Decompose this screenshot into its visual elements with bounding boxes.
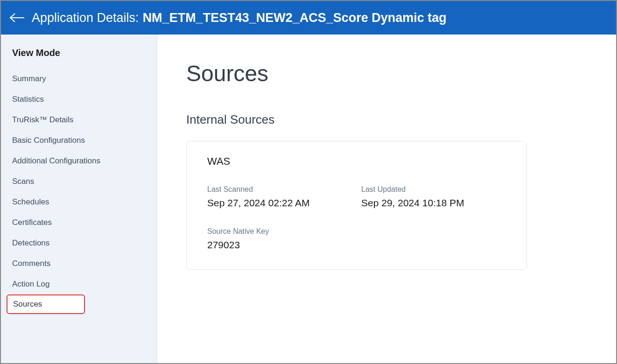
sidebar-item-scans[interactable]: Scans <box>1 171 157 192</box>
sidebar-item-trurisk-details[interactable]: TruRisk™ Details <box>1 110 157 130</box>
field-last-updated: Last Updated Sep 29, 2024 10:18 PM <box>361 185 506 209</box>
field-native-key: Source Native Key 279023 <box>207 227 361 251</box>
section-title: Internal Sources <box>186 112 587 127</box>
sidebar-item-action-log[interactable]: Action Log <box>1 274 157 294</box>
sidebar: View Mode Summary Statistics TruRisk™ De… <box>1 35 157 363</box>
main-content: Sources Internal Sources WAS Last Scanne… <box>157 35 616 363</box>
sidebar-item-summary[interactable]: Summary <box>1 69 157 89</box>
last-scanned-label: Last Scanned <box>207 185 361 194</box>
sidebar-item-comments[interactable]: Comments <box>1 253 157 274</box>
back-button[interactable] <box>8 9 26 27</box>
sidebar-item-statistics[interactable]: Statistics <box>1 89 157 110</box>
source-card: WAS Last Scanned Sep 27, 2024 02:22 AM L… <box>186 141 527 270</box>
sidebar-item-schedules[interactable]: Schedules <box>1 192 157 212</box>
page-title: Sources <box>186 61 587 86</box>
last-updated-value: Sep 29, 2024 10:18 PM <box>361 197 506 209</box>
field-last-scanned: Last Scanned Sep 27, 2024 02:22 AM <box>207 185 361 209</box>
sidebar-title: View Mode <box>1 48 157 69</box>
native-key-value: 279023 <box>207 239 361 251</box>
app-header: Application Details: NM_ETM_TEST43_NEW2_… <box>1 1 616 35</box>
last-updated-label: Last Updated <box>361 185 506 194</box>
header-app-name: NM_ETM_TEST43_NEW2_ACS_Score Dynamic tag <box>143 11 447 25</box>
last-scanned-value: Sep 27, 2024 02:22 AM <box>207 197 361 209</box>
sidebar-item-additional-configurations[interactable]: Additional Configurations <box>1 151 157 171</box>
sidebar-item-sources[interactable]: Sources <box>7 294 85 314</box>
arrow-left-icon <box>9 12 25 23</box>
source-name: WAS <box>207 155 506 168</box>
native-key-label: Source Native Key <box>207 227 361 236</box>
header-title-prefix: Application Details: <box>32 11 139 25</box>
sidebar-item-certificates[interactable]: Certificates <box>1 212 157 233</box>
sidebar-item-detections[interactable]: Detections <box>1 233 157 253</box>
sidebar-item-basic-configurations[interactable]: Basic Configurations <box>1 130 157 151</box>
